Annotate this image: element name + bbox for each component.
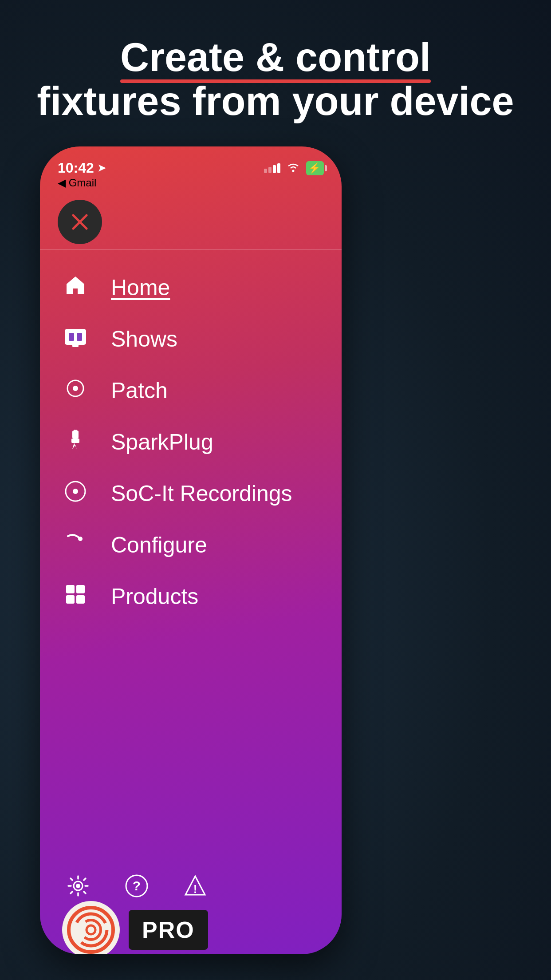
wifi-icon xyxy=(287,161,300,175)
nav-item-socit[interactable]: SoC-It Recordings xyxy=(40,468,342,519)
svg-point-0 xyxy=(292,170,295,172)
logo-section: PRO xyxy=(62,901,208,954)
svg-rect-20 xyxy=(76,595,85,604)
nav-item-home[interactable]: Home xyxy=(40,262,342,313)
nav-item-sparkplug[interactable]: SparkPlug xyxy=(40,416,342,468)
header-line2: fixtures from your device xyxy=(37,79,514,123)
svg-text:?: ? xyxy=(133,878,141,893)
nav-label-configure: Configure xyxy=(111,532,207,558)
nav-item-patch[interactable]: Patch xyxy=(40,365,342,416)
svg-rect-12 xyxy=(75,430,77,433)
svg-point-27 xyxy=(81,920,101,940)
phone-screen: Patch Last Patc… hypno… SparkPlu… xyxy=(40,146,342,954)
patch-icon xyxy=(62,377,89,404)
svg-rect-5 xyxy=(69,333,74,341)
nav-item-configure[interactable]: Configure xyxy=(40,519,342,571)
svg-rect-6 xyxy=(77,333,82,341)
svg-rect-19 xyxy=(66,595,75,604)
battery-icon: ⚡ xyxy=(306,161,324,175)
divider-top xyxy=(40,249,342,250)
home-icon xyxy=(62,274,89,301)
svg-rect-13 xyxy=(71,439,79,443)
nav-label-patch: Patch xyxy=(111,378,168,403)
svg-point-16 xyxy=(78,537,83,541)
nav-item-products[interactable]: Products xyxy=(40,571,342,622)
back-nav[interactable]: ◀ Gmail xyxy=(58,177,96,189)
nav-label-home: Home xyxy=(111,275,170,300)
status-bar: 10:42 ➤ xyxy=(58,160,324,176)
phone-shell: Patch Last Patc… hypno… SparkPlu… xyxy=(40,146,342,954)
header-line1: Create & control xyxy=(120,36,431,79)
svg-rect-17 xyxy=(66,585,75,593)
spiral-icon xyxy=(67,905,115,954)
svg-rect-7 xyxy=(72,344,79,347)
svg-text:!: ! xyxy=(193,882,197,896)
back-label: ◀ Gmail xyxy=(58,177,96,189)
svg-point-21 xyxy=(76,884,80,888)
close-icon xyxy=(69,211,91,233)
svg-point-28 xyxy=(87,925,95,934)
location-icon: ➤ xyxy=(98,162,106,174)
svg-point-26 xyxy=(75,914,107,946)
close-button[interactable] xyxy=(58,200,102,244)
pro-badge: PRO xyxy=(129,910,208,950)
signal-icon xyxy=(264,163,280,173)
warning-icon[interactable]: ! xyxy=(184,874,207,903)
svg-rect-18 xyxy=(76,585,85,593)
nav-label-socit: SoC-It Recordings xyxy=(111,481,292,506)
nav-menu-list: Home Shows xyxy=(40,262,342,622)
nav-drawer: 10:42 ➤ xyxy=(40,146,342,954)
svg-point-9 xyxy=(73,386,78,391)
socit-icon xyxy=(62,480,89,507)
svg-rect-3 xyxy=(65,329,86,344)
configure-icon xyxy=(62,532,89,558)
status-left: 10:42 ➤ xyxy=(58,160,106,176)
phone-mockup: Patch Last Patc… hypno… SparkPlu… xyxy=(40,146,528,954)
app-logo xyxy=(62,901,120,954)
shows-icon xyxy=(62,326,89,352)
status-time: 10:42 xyxy=(58,160,94,176)
help-icon[interactable]: ? xyxy=(125,874,148,903)
nav-label-products: Products xyxy=(111,584,198,609)
divider-bottom xyxy=(40,848,342,848)
settings-icon[interactable] xyxy=(67,874,90,903)
nav-label-shows: Shows xyxy=(111,326,177,352)
nav-label-sparkplug: SparkPlug xyxy=(111,429,213,455)
products-icon xyxy=(62,583,89,610)
nav-item-shows[interactable]: Shows xyxy=(40,313,342,365)
sparkplug-icon xyxy=(62,429,89,455)
status-right: ⚡ xyxy=(264,161,324,175)
header-section: Create & control fixtures from your devi… xyxy=(0,36,551,123)
svg-rect-11 xyxy=(74,430,75,433)
svg-point-15 xyxy=(73,489,78,494)
